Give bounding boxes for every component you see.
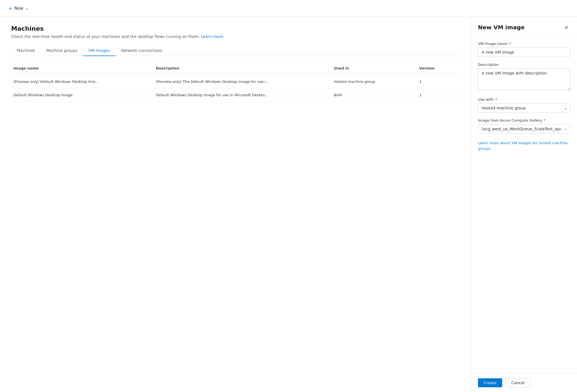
vm-image-name-input[interactable] (478, 47, 570, 57)
page-title: Machines (11, 25, 460, 32)
cell-image-name-0: (Preview only) Default Windows Desktop I… (11, 78, 153, 85)
col-header-used-in: Used in (332, 65, 417, 71)
vm-image-name-label: VM image name * (478, 42, 570, 46)
use-with-group: Use with * Hosted machine group Both (478, 97, 570, 113)
panel-footer: Create Cancel (471, 373, 577, 392)
cell-description-1: Default Windows Desktop Image for use in… (153, 92, 331, 98)
image-gallery-group: Image from Azure Compute Gallery * (acg_… (478, 118, 570, 134)
table-row[interactable]: Default Windows Desktop Image Default Wi… (11, 88, 460, 102)
col-header-version: Version (417, 65, 460, 71)
new-button-label: New (14, 6, 23, 11)
tab-machines[interactable]: Machines (11, 45, 41, 56)
page-subtitle: Check the real-time health and status of… (11, 34, 460, 39)
col-header-description: Description (153, 65, 331, 71)
tabs: Machines Machine groups VM images Networ… (11, 45, 460, 56)
cell-used-in-1: Both (332, 92, 417, 98)
description-label: Description (478, 62, 570, 67)
panel-title: New VM image (478, 24, 525, 31)
cell-description-0: (Preview only) The Default Windows Deskt… (153, 78, 331, 85)
description-textarea[interactable] (478, 68, 570, 91)
tab-vm-images[interactable]: VM images (83, 45, 116, 56)
cell-image-name-1: Default Windows Desktop Image (11, 92, 153, 98)
table-header: Image name Description Used in Version (11, 63, 460, 74)
cell-used-in-0: Hosted machine group (332, 78, 417, 85)
use-with-select-wrapper: Hosted machine group Both (478, 103, 570, 113)
chevron-down-icon: ⌄ (25, 6, 29, 11)
cell-version-1: 1 (417, 92, 460, 98)
plus-icon: + (8, 5, 13, 11)
required-star-gallery: * (544, 118, 546, 122)
right-panel: New VM image ✕ VM image name * Descripti… (471, 17, 577, 392)
required-star-use-with: * (495, 97, 497, 102)
vm-image-name-group: VM image name * (478, 42, 570, 57)
left-panel: Machines Check the real-time health and … (0, 17, 471, 392)
image-gallery-label: Image from Azure Compute Gallery * (478, 118, 570, 122)
cell-version-0: 1 (417, 78, 460, 85)
use-with-label: Use with * (478, 97, 570, 102)
top-bar: + New ⌄ (0, 0, 577, 17)
image-gallery-select[interactable]: (acg_west_us_WorkQueue_ScaleTest_apos... (478, 124, 570, 134)
panel-header: New VM image ✕ (471, 17, 577, 36)
table-container: Image name Description Used in Version (… (11, 63, 460, 102)
new-button[interactable]: + New ⌄ (6, 4, 31, 13)
table-row[interactable]: (Preview only) Default Windows Desktop I… (11, 75, 460, 88)
col-header-image-name: Image name (11, 65, 153, 71)
main-content: Machines Check the real-time health and … (0, 17, 577, 392)
tab-machine-groups[interactable]: Machine groups (41, 45, 83, 56)
required-star: * (509, 42, 511, 46)
image-gallery-select-wrapper: (acg_west_us_WorkQueue_ScaleTest_apos... (478, 124, 570, 134)
close-button[interactable]: ✕ (562, 23, 570, 31)
create-button[interactable]: Create (478, 378, 502, 387)
tab-network-connections[interactable]: Network connections (116, 45, 168, 56)
use-with-select[interactable]: Hosted machine group Both (478, 103, 570, 113)
learn-more-link[interactable]: Learn more (201, 34, 223, 39)
cancel-button[interactable]: Cancel (506, 378, 530, 388)
panel-body: VM image name * Description Use with * H… (471, 36, 577, 373)
info-link[interactable]: Learn more about VM images for hosted ma… (478, 140, 570, 151)
description-group: Description (478, 62, 570, 92)
